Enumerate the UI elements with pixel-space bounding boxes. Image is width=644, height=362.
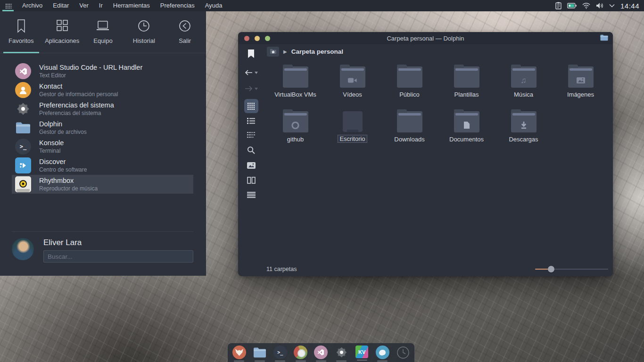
user-avatar[interactable]: [12, 238, 34, 260]
folder-label: Imágenes: [567, 91, 594, 98]
preview-icon[interactable]: [247, 162, 256, 169]
close-button[interactable]: [244, 36, 249, 41]
clock[interactable]: 14:44: [620, 2, 639, 10]
system-tray: 14:44: [555, 2, 644, 10]
dock-item-vscode[interactable]: [312, 346, 330, 362]
list-item-kontact[interactable]: Kontact Gestor de información personal: [12, 81, 193, 99]
folder-plantillas[interactable]: Plantillas: [438, 65, 495, 110]
music-emblem-icon: ♫: [511, 73, 537, 88]
search-input[interactable]: [43, 250, 193, 263]
kvantum-icon: KV: [355, 346, 368, 358]
global-menubar: Archivo Editar Ver Ir Herramientas Prefe…: [0, 0, 644, 11]
menu-archivo[interactable]: Archivo: [17, 0, 48, 11]
dock-item-kvantum[interactable]: KV: [353, 346, 371, 361]
dock-item-konsole[interactable]: >_: [271, 346, 289, 362]
tab-label: Equipo: [93, 37, 112, 44]
tab-salir[interactable]: Salir: [165, 19, 205, 53]
leave-icon: [178, 19, 192, 33]
folder-label: VirtualBox VMs: [274, 91, 316, 98]
app-desc: Gestor de información personal: [39, 91, 118, 98]
dock-label-clipped: [255, 361, 265, 362]
minimize-button[interactable]: [255, 36, 260, 41]
dock-item-firefox[interactable]: [230, 346, 248, 362]
app-name: Kontact: [39, 82, 118, 90]
menu-editar[interactable]: Editar: [48, 0, 74, 11]
chromium-icon: [294, 346, 307, 359]
folder-escritorio[interactable]: Escritorio: [324, 110, 381, 155]
menu-ir[interactable]: Ir: [94, 0, 108, 11]
compact-view-button[interactable]: [247, 132, 255, 138]
bookmark-icon[interactable]: [248, 49, 254, 58]
list-item-dolphin[interactable]: Dolphin Gestor de archivos: [12, 118, 193, 137]
back-button[interactable]: [245, 69, 258, 76]
favorites-list: Visual Studio Code - URL Handler Text Ed…: [0, 62, 206, 194]
dock-item-files[interactable]: [251, 346, 269, 362]
gear-icon: [15, 101, 31, 117]
user-name: Eliver Lara: [43, 238, 193, 247]
app-desc: Preferencias del sistema: [39, 110, 114, 117]
dock-item-settings[interactable]: [332, 346, 350, 362]
maximize-button[interactable]: [265, 36, 270, 41]
tab-historial[interactable]: Historial: [124, 19, 164, 53]
app-launcher-button[interactable]: [0, 0, 17, 11]
folder-label: Vídeos: [343, 91, 362, 98]
icons-view-button[interactable]: [244, 99, 258, 113]
folder-github[interactable]: github: [267, 110, 324, 155]
folder-icon: [15, 120, 31, 136]
folder-icon: [397, 66, 422, 88]
tab-equipo[interactable]: Equipo: [83, 19, 123, 53]
menu-ayuda[interactable]: Ayuda: [200, 0, 228, 11]
clipboard-icon[interactable]: [555, 2, 561, 9]
laptop-icon: [95, 19, 110, 33]
folder-videos[interactable]: Vídeos: [324, 65, 381, 110]
slider-handle[interactable]: [548, 266, 554, 272]
dolphin-sidebar: [238, 44, 264, 276]
list-view-button[interactable]: [247, 118, 255, 124]
history-clock-icon: [137, 19, 151, 33]
folder-label: Público: [399, 91, 420, 98]
settings-icon: [335, 346, 348, 359]
menu-icon[interactable]: [247, 192, 256, 198]
breadcrumb-current[interactable]: Carpeta personal: [291, 48, 343, 55]
tab-favoritos[interactable]: Favoritos: [1, 19, 41, 53]
zoom-slider[interactable]: [535, 262, 608, 276]
home-folder-button[interactable]: [267, 47, 279, 57]
list-item-discover[interactable]: Discover Centro de software: [12, 156, 193, 175]
dock-item-teal-app[interactable]: [373, 346, 391, 362]
list-item-preferencias[interactable]: Preferencias del sistema Preferencias de…: [12, 99, 193, 118]
volume-icon[interactable]: [596, 2, 603, 9]
search-icon[interactable]: [247, 146, 255, 154]
titlebar[interactable]: Carpeta personal — Dolphin: [238, 32, 613, 44]
folder-descargas[interactable]: Descargas: [495, 110, 552, 155]
window-folder-icon: [600, 34, 608, 43]
chevron-down-icon[interactable]: [609, 4, 615, 8]
app-name: Visual Studio Code - URL Handler: [39, 63, 142, 72]
menu-preferencias[interactable]: Preferencias: [155, 0, 200, 11]
dock-label-clipped: [316, 361, 326, 362]
folder-publico[interactable]: Público: [381, 65, 438, 110]
divider: [12, 231, 193, 232]
folder-virtualbox[interactable]: VirtualBox VMs: [267, 65, 324, 110]
terminal-icon: >_: [15, 139, 31, 155]
folder-documentos[interactable]: Documentos: [438, 110, 495, 155]
split-view-icon[interactable]: [247, 177, 256, 184]
list-item-rhythmbox[interactable]: Rhythmbox Reproductor de música: [12, 175, 193, 194]
menu-ver[interactable]: Ver: [74, 0, 94, 11]
tab-aplicaciones[interactable]: Aplicaciones: [42, 19, 82, 53]
video-emblem-icon: [340, 73, 365, 88]
wifi-icon[interactable]: [582, 3, 590, 9]
folder-imagenes[interactable]: Imágenes: [552, 65, 609, 110]
dock-label-clipped: [275, 361, 285, 362]
folder-musica[interactable]: ♫ Música: [495, 65, 552, 110]
dock-item-clock[interactable]: [394, 346, 412, 359]
forward-button[interactable]: [245, 85, 258, 92]
list-item-vscode[interactable]: Visual Studio Code - URL Handler Text Ed…: [12, 62, 193, 81]
dock-label-clipped: [357, 360, 367, 361]
folder-downloads[interactable]: Downloads: [381, 110, 438, 155]
dock-item-chromium[interactable]: [292, 346, 310, 362]
terminal-icon: >_: [273, 346, 287, 359]
menu-herramientas[interactable]: Herramientas: [108, 0, 155, 11]
application-launcher-panel: Favoritos Aplicaciones Equipo Historial …: [0, 11, 206, 276]
battery-icon[interactable]: [567, 3, 577, 8]
list-item-konsole[interactable]: >_ Konsole Terminal: [12, 137, 193, 156]
